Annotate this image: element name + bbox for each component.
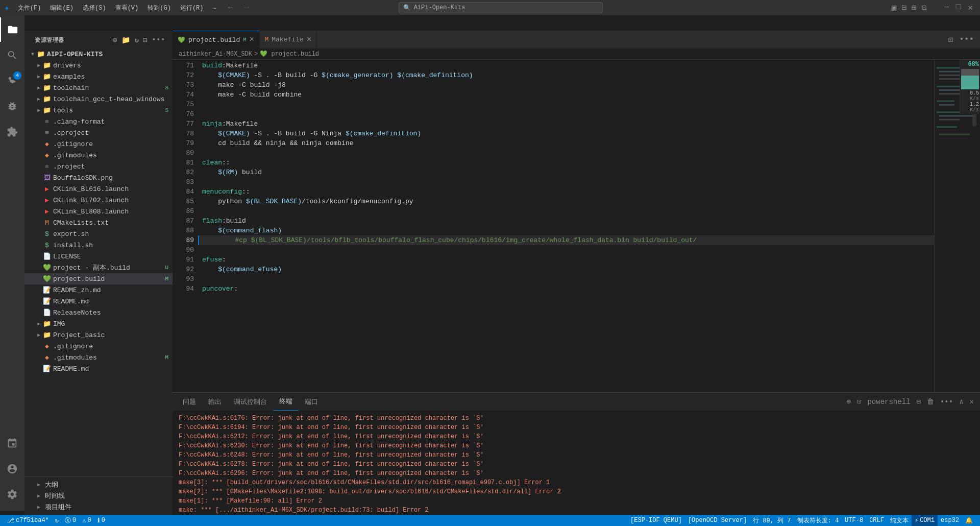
- terminal-more-icon[interactable]: •••: [938, 397, 955, 407]
- tree-item-readme[interactable]: 📝 README.md: [24, 296, 173, 307]
- menu-edit[interactable]: 编辑(E): [46, 3, 78, 13]
- section-components[interactable]: ▶ 项目组件: [24, 501, 173, 513]
- panel-collapse-icon[interactable]: ∧: [957, 396, 965, 407]
- tree-item-examples[interactable]: ▶ 📁 examples: [24, 71, 173, 82]
- powershell-label[interactable]: powershell: [865, 397, 912, 407]
- status-warnings[interactable]: ⚠ 0: [79, 515, 94, 526]
- activity-extensions[interactable]: [0, 119, 24, 144]
- terminal-content[interactable]: F:\ccCwkKAi.s:6176: Error: junk at end o…: [173, 411, 980, 515]
- refresh-icon[interactable]: ↻: [133, 35, 140, 45]
- tree-item-cklink702[interactable]: ▶ CKLink_BL702.launch: [24, 195, 173, 206]
- tree-item-cproject[interactable]: ≡ .cproject: [24, 127, 173, 138]
- status-git-branch[interactable]: ⎇ c7f51ba4*: [4, 515, 52, 526]
- tab-makefile[interactable]: M Makefile ×: [260, 31, 317, 49]
- menu-select[interactable]: 选择(S): [79, 3, 110, 13]
- status-lang[interactable]: 纯文本: [887, 515, 912, 526]
- menu-goto[interactable]: 转到(G): [143, 3, 175, 13]
- layout-icon-4[interactable]: ⊡: [919, 3, 928, 13]
- tree-item-project-basic[interactable]: ▶ 📁 Project_basic: [24, 329, 173, 341]
- tree-item-gitignore[interactable]: ◆ .gitignore: [24, 138, 173, 150]
- tree-item-toolchain[interactable]: ▶ 📁 toolchain S: [24, 82, 173, 93]
- tree-item-img[interactable]: ▶ 📁 IMG: [24, 318, 173, 329]
- activity-files[interactable]: [0, 17, 24, 42]
- tree-item-project-build[interactable]: 💚 project.build M: [24, 273, 173, 284]
- status-openocd[interactable]: [OpenOCD Server]: [685, 515, 750, 526]
- activity-source-control[interactable]: 4: [0, 68, 24, 93]
- tree-item-buffaloSDK[interactable]: 🖼 BouffaloSDK.png: [24, 172, 173, 183]
- tree-item-toolchain-gcc[interactable]: ▶ 📁 toolchain_gcc_t-head_windows: [24, 93, 173, 105]
- new-file-icon[interactable]: ⊕: [112, 35, 118, 45]
- more-actions-icon[interactable]: •••: [151, 35, 166, 45]
- tree-item-license[interactable]: 📄 LICENSE: [24, 251, 173, 262]
- tree-item-cklink808[interactable]: ▶ CKLink_BL808.launch: [24, 206, 173, 217]
- tree-item-project-copy[interactable]: 💚 project - 副本.build U: [24, 262, 173, 273]
- panel-tab-debug[interactable]: 调试控制台: [228, 393, 273, 411]
- tree-item-install[interactable]: $ install.sh: [24, 240, 173, 251]
- terminal-trash-icon[interactable]: 🗑: [925, 397, 936, 407]
- panel-tab-problems[interactable]: 问题: [177, 393, 202, 411]
- status-errors[interactable]: Ⓧ 0: [62, 515, 79, 526]
- tree-item-tools[interactable]: ▶ 📁 tools S: [24, 105, 173, 116]
- collapse-icon[interactable]: ⊟: [142, 35, 149, 45]
- editor-split-icon[interactable]: ⊡: [946, 34, 955, 46]
- tree-item-cmake[interactable]: M CMakeLists.txt: [24, 217, 173, 228]
- editor-more-icon[interactable]: •••: [957, 34, 976, 46]
- tree-item-gitignore2[interactable]: ◆ .gitignore: [24, 341, 173, 352]
- panel-close-icon[interactable]: ✕: [968, 396, 976, 407]
- layout-icon-2[interactable]: ⊟: [899, 3, 909, 13]
- section-outline[interactable]: ▶ 大纲: [24, 479, 173, 490]
- activity-account[interactable]: [0, 457, 24, 481]
- panel-tab-output[interactable]: 输出: [202, 393, 228, 411]
- tab-close-build[interactable]: ×: [249, 35, 254, 44]
- terminal-split-icon[interactable]: ⊟: [914, 396, 922, 407]
- layout-icon-1[interactable]: ▣: [890, 3, 899, 13]
- status-port[interactable]: ⚡ COM1: [912, 515, 938, 526]
- activity-search[interactable]: [0, 43, 24, 67]
- code-content[interactable]: build:Makefile $(CMAKE) -S . -B build -G…: [198, 60, 934, 392]
- tree-item-readme2[interactable]: 📝 README.md: [24, 363, 173, 374]
- status-esp-idf[interactable]: [ESP-IDF QEMU]: [627, 515, 685, 526]
- root-folder[interactable]: ▼ 📁 AIPI-OPEN-KITS: [24, 49, 173, 60]
- tab-project-build[interactable]: 💚 project.build M ×: [173, 31, 260, 49]
- breadcrumb-file[interactable]: 💚 project.build: [260, 50, 319, 58]
- close-button[interactable]: ✕: [965, 3, 976, 13]
- status-line-col[interactable]: 行 89, 列 7: [750, 515, 794, 526]
- nav-back[interactable]: ←: [225, 3, 237, 12]
- maximize-button[interactable]: □: [953, 3, 964, 13]
- tree-item-project-dot[interactable]: ≡ .project: [24, 161, 173, 172]
- status-tab-size[interactable]: 制表符长度: 4: [794, 515, 842, 526]
- status-encoding[interactable]: UTF-8: [842, 515, 866, 526]
- status-sync[interactable]: ↻: [52, 515, 62, 526]
- status-line-ending[interactable]: CRLF: [866, 515, 887, 526]
- new-folder-icon[interactable]: 📁: [120, 35, 132, 45]
- tab-close-makefile[interactable]: ×: [307, 35, 312, 44]
- tree-item-cklink616[interactable]: ▶ CKLink_BL616.launch: [24, 183, 173, 195]
- tree-item-readme-zh[interactable]: 📝 README_zh.md: [24, 284, 173, 296]
- new-terminal-icon[interactable]: ⊕: [845, 396, 853, 407]
- split-terminal-icon[interactable]: ⊡: [855, 396, 863, 407]
- activity-remote[interactable]: [0, 431, 24, 456]
- status-bell[interactable]: 🔔: [962, 515, 976, 526]
- tree-item-drivers[interactable]: ▶ 📁 drivers: [24, 60, 173, 71]
- activity-debug[interactable]: [0, 94, 24, 118]
- section-timeline[interactable]: ▶ 时间线: [24, 490, 173, 501]
- tree-item-export[interactable]: $ export.sh: [24, 228, 173, 240]
- nav-forward[interactable]: →: [241, 3, 253, 12]
- panel-tab-terminal[interactable]: 终端: [273, 393, 299, 411]
- panel-tab-ports[interactable]: 端口: [299, 393, 324, 411]
- status-esp32[interactable]: esp32: [938, 515, 962, 526]
- menu-more[interactable]: …: [209, 3, 220, 13]
- menu-file[interactable]: 文件(F): [14, 3, 45, 13]
- search-bar[interactable]: 🔍 AiPi-Open-Kits: [399, 2, 603, 13]
- breadcrumb-sdk[interactable]: aithinker_Ai-M6X_SDK: [179, 51, 252, 58]
- tree-item-clang[interactable]: ≡ .clang-format: [24, 116, 173, 127]
- tree-item-gitmodules2[interactable]: ◆ .gitmodules M: [24, 352, 173, 363]
- menu-view[interactable]: 查看(V): [111, 3, 143, 13]
- tree-item-gitmodules[interactable]: ◆ .gitmodules: [24, 150, 173, 161]
- menu-run[interactable]: 运行(R): [176, 3, 208, 13]
- tree-item-releasenotes[interactable]: 📄 ReleaseNotes: [24, 307, 173, 318]
- minimize-button[interactable]: —: [941, 3, 952, 13]
- layout-icon-3[interactable]: ⊞: [910, 3, 919, 13]
- status-info[interactable]: ℹ 0: [94, 515, 108, 526]
- activity-settings[interactable]: [0, 482, 24, 507]
